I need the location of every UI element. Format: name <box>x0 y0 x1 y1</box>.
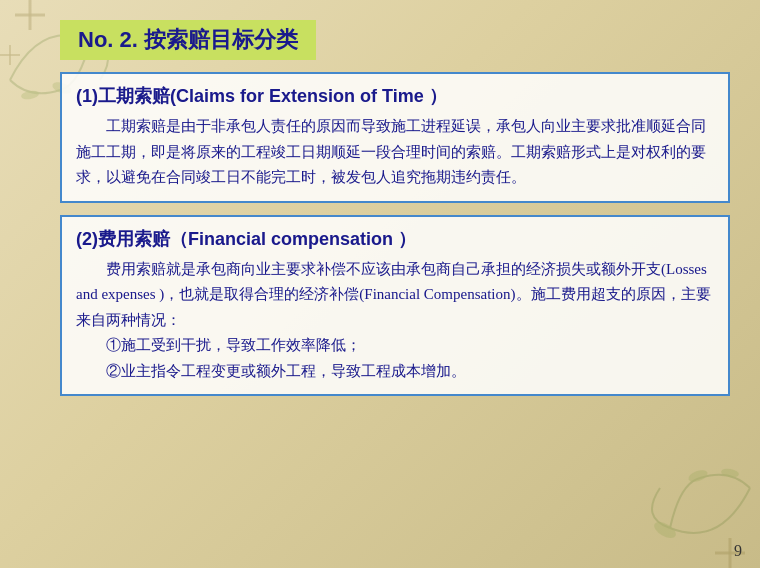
section2-header: (2)费用索赔（Financial compensation ） <box>76 227 714 251</box>
slide: No. 2. 按索赔目标分类 (1)工期索赔(Claims for Extens… <box>0 0 760 568</box>
section2-list-item-2: ②业主指令工程变更或额外工程，导致工程成本增加。 <box>106 359 714 385</box>
section2-intro: 费用索赔就是承包商向业主要求补偿不应该由承包商自己承担的经济损失或额外开支(Lo… <box>76 257 714 334</box>
slide-title: No. 2. 按索赔目标分类 <box>78 27 298 52</box>
section1-box: (1)工期索赔(Claims for Extension of Time ） 工… <box>60 72 730 203</box>
section1-body: 工期索赔是由于非承包人责任的原因而导致施工进程延误，承包人向业主要求批准顺延合同… <box>76 114 714 191</box>
section1-header: (1)工期索赔(Claims for Extension of Time ） <box>76 84 714 108</box>
page-number: 9 <box>734 542 742 560</box>
title-box: No. 2. 按索赔目标分类 <box>60 20 316 60</box>
section2-box: (2)费用索赔（Financial compensation ） 费用索赔就是承… <box>60 215 730 397</box>
svg-point-2 <box>20 89 39 100</box>
content-area: No. 2. 按索赔目标分类 (1)工期索赔(Claims for Extens… <box>60 20 730 548</box>
section2-list-item-1: ①施工受到干扰，导致工作效率降低； <box>106 333 714 359</box>
